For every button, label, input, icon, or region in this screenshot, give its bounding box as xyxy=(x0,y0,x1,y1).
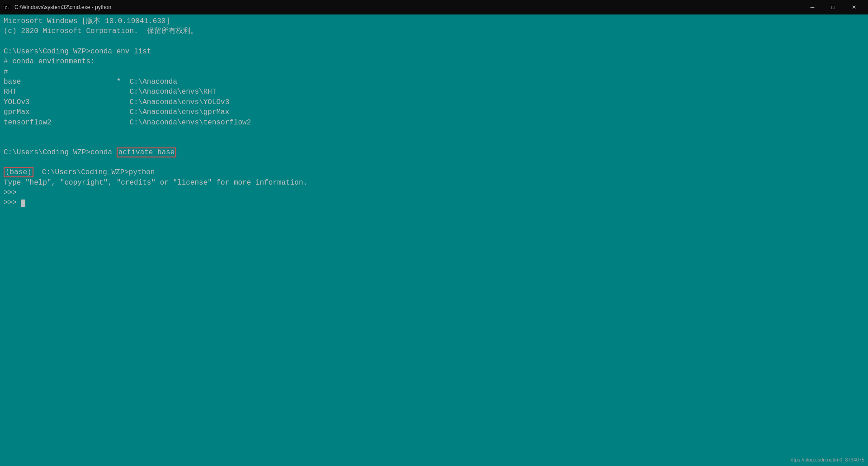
python-repl-line[interactable]: >>> xyxy=(4,198,864,208)
blank-line-3 xyxy=(4,138,864,147)
close-button[interactable]: ✕ xyxy=(844,0,864,14)
terminal-cursor xyxy=(21,200,25,207)
conda-header-1: # conda environments: xyxy=(4,57,864,67)
maximize-button[interactable]: □ xyxy=(823,0,844,14)
activate-cmd-line: C:\Users\Coding_WZP>conda activate base xyxy=(4,147,864,157)
env-rht: RHT C:\Anaconda\envs\RHT xyxy=(4,87,864,97)
env-base: base * C:\Anaconda xyxy=(4,77,864,87)
base-env-highlight: (base) xyxy=(4,167,33,177)
cmd-icon: C: xyxy=(4,4,11,11)
title-bar-left: C: C:\Windows\system32\cmd.exe - python xyxy=(4,4,111,11)
minimize-button[interactable]: ─ xyxy=(802,0,823,14)
blank-line-2 xyxy=(4,128,864,138)
blank-line-1 xyxy=(4,37,864,47)
env-tf2: tensorflow2 C:\Anaconda\envs\tensorflow2 xyxy=(4,118,864,128)
title-bar: C: C:\Windows\system32\cmd.exe - python … xyxy=(0,0,868,14)
window-controls: ─ □ ✕ xyxy=(802,0,864,14)
activate-base-highlight: activate base xyxy=(117,147,177,157)
env-yolo: YOLOv3 C:\Anaconda\envs\YOLOv3 xyxy=(4,97,864,107)
conda-list-cmd: C:\Users\Coding_WZP>conda env list xyxy=(4,47,864,57)
conda-header-2: # xyxy=(4,67,864,77)
windows-version-line: Microsoft Windows [版本 10.0.19041.630] xyxy=(4,16,864,26)
python-help-line: >>> xyxy=(4,188,864,198)
base-python-line: (base) C:\Users\Coding_WZP>python xyxy=(4,167,864,177)
blank-line-4 xyxy=(4,157,864,167)
python-version-line: Type "help", "copyright", "credits" or "… xyxy=(4,178,864,188)
window-title: C:\Windows\system32\cmd.exe - python xyxy=(14,4,111,10)
copyright-line: (c) 2020 Microsoft Corporation. 保留所有权利。 xyxy=(4,26,864,36)
cmd-window: C: C:\Windows\system32\cmd.exe - python … xyxy=(0,0,868,466)
watermark: https://blog.csdn.net/m0_3794075 xyxy=(789,457,864,462)
env-gprmax: gprMax C:\Anaconda\envs\gprMax xyxy=(4,107,864,117)
terminal-body[interactable]: Microsoft Windows [版本 10.0.19041.630] (c… xyxy=(0,14,868,466)
svg-text:C:: C: xyxy=(5,5,10,10)
